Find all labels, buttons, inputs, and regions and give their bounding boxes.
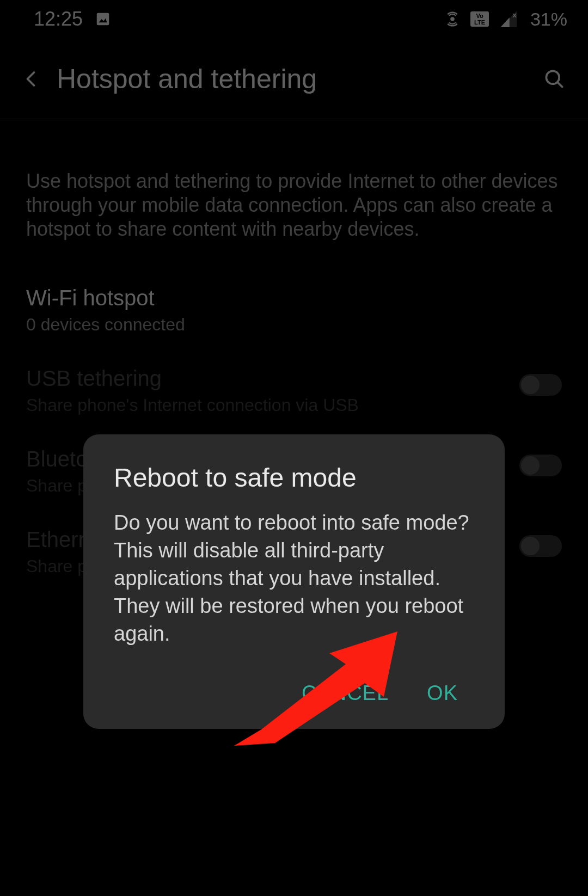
dialog-backdrop[interactable]: Reboot to safe mode Do you want to reboo… bbox=[0, 0, 588, 896]
dialog-body: Do you want to reboot into safe mode? Th… bbox=[114, 509, 474, 648]
ok-button[interactable]: OK bbox=[424, 677, 461, 709]
safe-mode-dialog: Reboot to safe mode Do you want to reboo… bbox=[83, 434, 505, 729]
dialog-title: Reboot to safe mode bbox=[114, 463, 474, 493]
cancel-button[interactable]: CANCEL bbox=[298, 677, 392, 709]
